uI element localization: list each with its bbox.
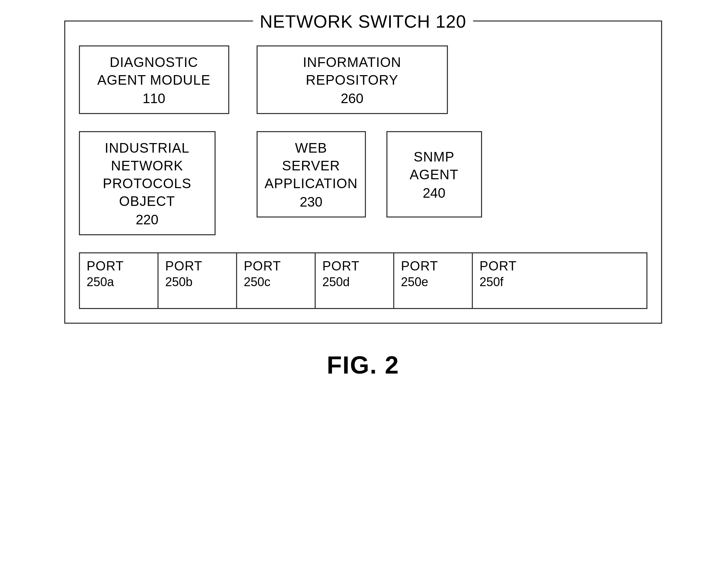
port-250b-number: 250b xyxy=(165,275,193,289)
page-container: NETWORK SWITCH 120 DIAGNOSTIC AGENT MODU… xyxy=(0,0,726,588)
web-server-box: WEB SERVER APPLICATION 230 xyxy=(257,131,366,218)
right-section: INFORMATION REPOSITORY 260 WEB SERVER AP… xyxy=(257,45,482,218)
industrial-network-title: INDUSTRIAL NETWORK PROTOCOLS OBJECT xyxy=(90,139,204,210)
port-250c-number: 250c xyxy=(244,275,271,289)
port-250b-label: PORT xyxy=(165,259,203,274)
info-repository-title: INFORMATION REPOSITORY xyxy=(268,53,437,89)
port-250e-number: 250e xyxy=(401,275,428,289)
port-250a-number: 250a xyxy=(87,275,114,289)
web-server-number: 230 xyxy=(300,194,323,210)
web-server-title: WEB SERVER APPLICATION xyxy=(264,139,358,192)
port-250e: PORT 250e xyxy=(394,253,473,308)
diagnostic-agent-box: DIAGNOSTIC AGENT MODULE 110 xyxy=(79,45,229,114)
info-repository-box: INFORMATION REPOSITORY 260 xyxy=(257,45,448,114)
port-250a-label: PORT xyxy=(87,259,124,274)
port-250d-number: 250d xyxy=(323,275,350,289)
port-250d: PORT 250d xyxy=(316,253,394,308)
industrial-network-number: 220 xyxy=(136,212,159,227)
port-250a: PORT 250a xyxy=(80,253,159,308)
diagnostic-agent-title: DIAGNOSTIC AGENT MODULE xyxy=(90,53,218,89)
figure-label: FIG. 2 xyxy=(327,351,399,379)
port-250d-label: PORT xyxy=(323,259,360,274)
port-250f: PORT 250f xyxy=(473,253,551,308)
web-snmp-row: WEB SERVER APPLICATION 230 SNMP AGENT 24… xyxy=(257,131,482,218)
snmp-agent-box: SNMP AGENT 240 xyxy=(386,131,482,218)
snmp-agent-title: SNMP AGENT xyxy=(398,148,471,183)
port-250b: PORT 250b xyxy=(159,253,237,308)
port-250c: PORT 250c xyxy=(237,253,316,308)
network-switch-title: NETWORK SWITCH 120 xyxy=(253,11,473,32)
diagnostic-agent-number: 110 xyxy=(142,91,165,106)
port-250e-label: PORT xyxy=(401,259,438,274)
network-switch-box: NETWORK SWITCH 120 DIAGNOSTIC AGENT MODU… xyxy=(64,20,662,324)
port-250f-label: PORT xyxy=(480,259,517,274)
top-rows: DIAGNOSTIC AGENT MODULE 110 INDUSTRIAL N… xyxy=(79,45,647,235)
port-250f-number: 250f xyxy=(480,275,504,289)
left-section: DIAGNOSTIC AGENT MODULE 110 INDUSTRIAL N… xyxy=(79,45,229,235)
industrial-network-box: INDUSTRIAL NETWORK PROTOCOLS OBJECT 220 xyxy=(79,131,216,235)
snmp-agent-number: 240 xyxy=(423,185,446,201)
info-repository-number: 260 xyxy=(341,91,364,106)
port-250c-label: PORT xyxy=(244,259,281,274)
ports-row: PORT 250a PORT 250b PORT 250c PORT 250d … xyxy=(79,252,647,309)
